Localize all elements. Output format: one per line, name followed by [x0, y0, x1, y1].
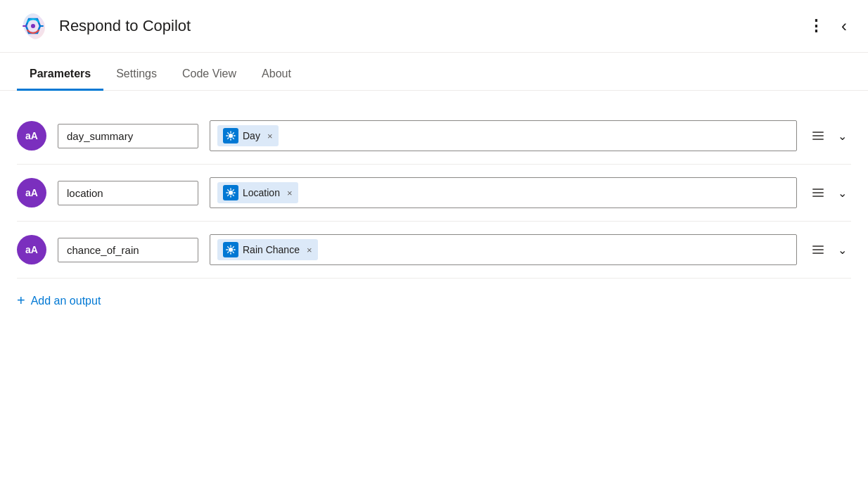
tab-parameters[interactable]: Parameters	[17, 59, 103, 91]
sun-icon-location	[226, 188, 236, 198]
svg-line-18	[228, 195, 229, 196]
svg-point-19	[229, 248, 233, 252]
svg-line-15	[228, 190, 229, 191]
row-menu-button-day-summary[interactable]	[808, 129, 828, 143]
svg-point-10	[229, 191, 233, 195]
chevron-down-icon-chance-of-rain: ⌄	[838, 243, 847, 257]
more-options-button[interactable]: ⋮	[804, 13, 829, 39]
collapse-button[interactable]: ‹	[837, 12, 851, 40]
param-row-chance-of-rain: aA Rain Chanc	[17, 222, 851, 279]
tag-label-rain-chance: Rain Chance	[243, 244, 300, 255]
svg-line-27	[228, 252, 229, 253]
svg-line-8	[233, 133, 234, 134]
svg-line-25	[233, 252, 234, 253]
svg-line-7	[233, 138, 234, 139]
svg-line-6	[228, 133, 229, 134]
hamburger-icon-day-summary	[812, 132, 824, 140]
param-name-input-chance-of-rain[interactable]	[58, 238, 198, 262]
param-value-box-chance-of-rain[interactable]: Rain Chance ×	[210, 234, 797, 265]
tag-label-location: Location	[243, 187, 280, 198]
main-content: aA	[0, 91, 868, 323]
svg-line-9	[228, 138, 229, 139]
tag-location: Location ×	[217, 182, 298, 203]
sun-icon-day	[226, 131, 236, 141]
chevron-down-icon-location: ⌄	[838, 186, 847, 200]
page-title: Respond to Copilot	[59, 17, 191, 35]
header-actions: ⋮ ‹	[804, 12, 851, 40]
tag-day: Day ×	[217, 125, 279, 146]
avatar-location: aA	[17, 178, 46, 208]
tag-close-day[interactable]: ×	[267, 132, 273, 141]
collapse-icon: ‹	[841, 16, 847, 36]
tag-label-day: Day	[243, 130, 260, 141]
hamburger-icon-location	[812, 189, 824, 197]
tag-icon-day	[223, 128, 238, 143]
add-output-label: Add an output	[31, 295, 101, 307]
sun-icon-rain-chance	[226, 245, 236, 255]
copilot-logo	[17, 10, 49, 42]
tag-close-rain-chance[interactable]: ×	[307, 245, 312, 255]
plus-icon: +	[17, 293, 25, 309]
header: Respond to Copilot ⋮ ‹	[0, 0, 868, 53]
tab-about[interactable]: About	[249, 59, 304, 91]
param-name-input-day-summary[interactable]	[58, 124, 198, 148]
row-actions-location: ⌄	[808, 184, 851, 203]
add-output-button[interactable]: + Add an output	[17, 279, 101, 323]
tab-settings[interactable]: Settings	[103, 59, 170, 91]
header-left: Respond to Copilot	[17, 10, 191, 42]
param-name-input-location[interactable]	[58, 181, 198, 205]
tag-rain-chance: Rain Chance ×	[217, 239, 318, 260]
row-menu-button-chance-of-rain[interactable]	[808, 243, 828, 257]
more-options-icon: ⋮	[808, 17, 824, 35]
row-expand-button-chance-of-rain[interactable]: ⌄	[834, 241, 851, 260]
row-expand-button-location[interactable]: ⌄	[834, 184, 851, 203]
param-row-location: aA Location	[17, 165, 851, 222]
param-row-day-summary: aA	[17, 108, 851, 165]
svg-line-24	[228, 247, 229, 248]
svg-line-17	[233, 190, 234, 191]
hamburger-icon-chance-of-rain	[812, 245, 824, 254]
chevron-down-icon-day-summary: ⌄	[838, 129, 847, 143]
tab-bar: Parameters Settings Code View About	[0, 58, 868, 91]
avatar-day-summary: aA	[17, 121, 46, 151]
row-actions-day-summary: ⌄	[808, 127, 851, 146]
row-menu-button-location[interactable]	[808, 186, 828, 200]
svg-line-26	[233, 247, 234, 248]
row-expand-button-day-summary[interactable]: ⌄	[834, 127, 851, 146]
avatar-chance-of-rain: aA	[17, 235, 46, 264]
svg-point-1	[229, 134, 233, 138]
tag-close-location[interactable]: ×	[287, 189, 293, 198]
tag-icon-rain-chance	[223, 242, 238, 257]
svg-point-0	[31, 24, 35, 28]
param-value-box-day-summary[interactable]: Day ×	[210, 120, 797, 151]
row-actions-chance-of-rain: ⌄	[808, 241, 851, 260]
tag-icon-location	[223, 185, 238, 200]
param-value-box-location[interactable]: Location ×	[210, 177, 797, 208]
svg-line-16	[233, 195, 234, 196]
tab-code-view[interactable]: Code View	[170, 59, 249, 91]
